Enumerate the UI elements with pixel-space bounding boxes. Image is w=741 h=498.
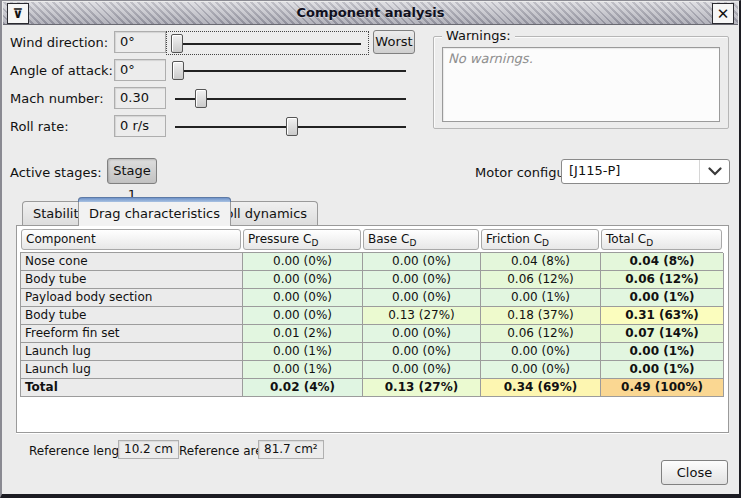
value-cell: 0.00 (0%) — [363, 325, 481, 343]
value-cell: 0.02 (4%) — [243, 379, 363, 397]
slider-thumb[interactable] — [195, 89, 207, 108]
warnings-list[interactable]: No warnings. — [442, 47, 720, 122]
value-cell: 0.49 (100%) — [601, 379, 724, 397]
angle-of-attack-label: Angle of attack: — [10, 63, 113, 78]
component-name-cell: Total — [21, 379, 243, 397]
active-stages-label: Active stages: — [10, 165, 102, 180]
chevron-down-icon — [699, 160, 729, 183]
roll-rate-slider[interactable] — [168, 115, 413, 139]
roll-rate-field[interactable]: 0 r/s — [114, 115, 166, 137]
motor-configuration-select[interactable]: [J115-P] — [561, 159, 730, 184]
component-name-cell: Freeform fin set — [21, 325, 243, 343]
column-header-pressure-cd[interactable]: Pressure CD — [243, 229, 361, 250]
worst-button[interactable]: Worst — [373, 30, 415, 54]
close-button[interactable]: Close — [661, 460, 728, 485]
slider-track — [174, 43, 361, 45]
value-cell: 0.00 (0%) — [363, 253, 481, 271]
window-title: Component analysis — [3, 5, 738, 20]
warnings-group: Warnings: No warnings. — [433, 36, 729, 129]
value-cell: 0.00 (0%) — [363, 343, 481, 361]
reference-length-value: 10.2 cm — [118, 440, 179, 459]
value-cell: 0.00 (0%) — [243, 289, 363, 307]
value-cell: 0.18 (37%) — [481, 307, 601, 325]
value-cell: 0.01 (2%) — [243, 325, 363, 343]
value-cell: 0.04 (8%) — [481, 253, 601, 271]
table-body: Nose cone0.00 (0%)0.00 (0%)0.04 (8%)0.04… — [20, 252, 723, 397]
value-cell: 0.31 (63%) — [601, 307, 724, 325]
drag-characteristics-panel: Component Pressure CD Base CD Friction C… — [16, 225, 729, 433]
table-row[interactable]: Nose cone0.00 (0%)0.00 (0%)0.04 (8%)0.04… — [21, 253, 723, 271]
close-icon: ✕ — [717, 5, 730, 23]
value-cell: 0.00 (0%) — [363, 361, 481, 379]
value-cell: 0.00 (0%) — [363, 289, 481, 307]
value-cell: 0.00 (1%) — [243, 361, 363, 379]
component-name-cell: Launch lug — [21, 343, 243, 361]
value-cell: 0.00 (1%) — [601, 343, 724, 361]
slider-thumb[interactable] — [171, 34, 183, 53]
value-cell: 0.34 (69%) — [481, 379, 601, 397]
component-name-cell: Body tube — [21, 271, 243, 289]
value-cell: 0.00 (0%) — [481, 343, 601, 361]
angle-of-attack-slider[interactable] — [168, 59, 413, 83]
column-header-friction-cd[interactable]: Friction CD — [481, 229, 599, 250]
component-name-cell: Body tube — [21, 307, 243, 325]
column-header-component[interactable]: Component — [21, 229, 241, 250]
value-cell: 0.13 (27%) — [363, 379, 481, 397]
wind-direction-slider[interactable] — [166, 31, 369, 55]
value-cell: 0.00 (0%) — [243, 271, 363, 289]
component-name-cell: Payload body section — [21, 289, 243, 307]
table-row[interactable]: Total0.02 (4%)0.13 (27%)0.34 (69%)0.49 (… — [21, 379, 723, 397]
slider-track — [175, 98, 406, 100]
slider-thumb[interactable] — [172, 61, 184, 80]
roll-rate-label: Roll rate: — [10, 119, 69, 134]
table-header: Component Pressure CD Base CD Friction C… — [20, 229, 723, 252]
component-name-cell: Nose cone — [21, 253, 243, 271]
value-cell: 0.07 (14%) — [601, 325, 724, 343]
value-cell: 0.06 (12%) — [601, 271, 724, 289]
value-cell: 0.06 (12%) — [481, 271, 601, 289]
value-cell: 0.00 (0%) — [363, 271, 481, 289]
mach-number-slider[interactable] — [168, 87, 413, 111]
title-bar[interactable]: ⊽ Component analysis ✕ — [3, 2, 738, 25]
motor-configuration-value: [J115-P] — [569, 163, 620, 178]
table-row[interactable]: Body tube0.00 (0%)0.13 (27%)0.18 (37%)0.… — [21, 307, 723, 325]
warnings-title: Warnings: — [442, 28, 515, 43]
drag-table: Component Pressure CD Base CD Friction C… — [20, 229, 723, 397]
slider-thumb[interactable] — [286, 117, 298, 136]
value-cell: 0.00 (1%) — [601, 361, 724, 379]
table-row[interactable]: Launch lug0.00 (1%)0.00 (0%)0.00 (0%)0.0… — [21, 361, 723, 379]
value-cell: 0.00 (0%) — [243, 307, 363, 325]
value-cell: 0.04 (8%) — [601, 253, 724, 271]
wind-direction-field[interactable]: 0° — [114, 31, 166, 53]
table-row[interactable]: Body tube0.00 (0%)0.00 (0%)0.06 (12%)0.0… — [21, 271, 723, 289]
value-cell: 0.06 (12%) — [481, 325, 601, 343]
angle-of-attack-field[interactable]: 0° — [114, 59, 166, 81]
component-analysis-dialog: ⊽ Component analysis ✕ Wind direction: A… — [0, 0, 741, 498]
value-cell: 0.13 (27%) — [363, 307, 481, 325]
no-warnings-text: No warnings. — [448, 51, 533, 66]
table-row[interactable]: Payload body section0.00 (0%)0.00 (0%)0.… — [21, 289, 723, 307]
value-cell: 0.00 (1%) — [243, 343, 363, 361]
column-header-base-cd[interactable]: Base CD — [363, 229, 479, 250]
table-row[interactable]: Freeform fin set0.01 (2%)0.00 (0%)0.06 (… — [21, 325, 723, 343]
mach-number-label: Mach number: — [10, 91, 104, 106]
reference-area-value: 81.7 cm² — [258, 440, 324, 459]
column-header-total-cd[interactable]: Total CD — [601, 229, 722, 250]
value-cell: 0.00 (0%) — [481, 361, 601, 379]
tab-drag-characteristics[interactable]: Drag characteristics — [78, 197, 231, 226]
mach-number-field[interactable]: 0.30 — [114, 87, 166, 109]
stage-1-toggle-button[interactable]: Stage 1 — [107, 158, 157, 184]
value-cell: 0.00 (0%) — [243, 253, 363, 271]
component-name-cell: Launch lug — [21, 361, 243, 379]
table-row[interactable]: Launch lug0.00 (1%)0.00 (0%)0.00 (0%)0.0… — [21, 343, 723, 361]
wind-direction-label: Wind direction: — [10, 35, 108, 50]
value-cell: 0.00 (1%) — [601, 289, 724, 307]
window-close-button[interactable]: ✕ — [712, 3, 734, 24]
slider-track — [175, 70, 406, 72]
value-cell: 0.00 (1%) — [481, 289, 601, 307]
